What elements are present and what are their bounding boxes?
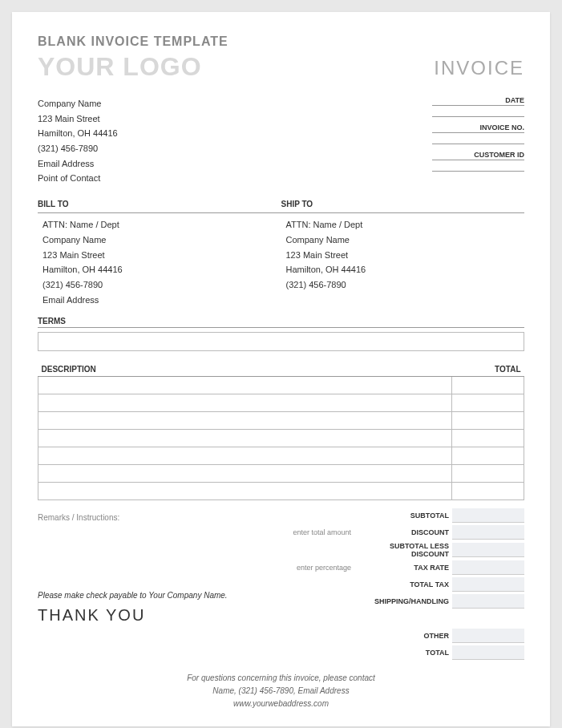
ship-to-heading: SHIP TO — [281, 197, 525, 213]
total-cell[interactable] — [452, 377, 524, 394]
terms-heading: TERMS — [38, 317, 524, 328]
company-street: 123 Main Street — [38, 111, 118, 127]
bottom-section: Remarks / Instructions: Please make chec… — [38, 508, 524, 662]
desc-cell[interactable] — [38, 377, 452, 394]
remarks-side: Remarks / Instructions: Please make chec… — [38, 508, 281, 662]
desc-cell[interactable] — [38, 394, 452, 412]
tax-rate-field[interactable] — [452, 560, 524, 575]
company-name: Company Name — [38, 96, 118, 111]
bill-to-phone: (321) 456-7890 — [38, 277, 281, 293]
total-cell[interactable] — [452, 430, 524, 447]
logo-placeholder: YOUR LOGO — [38, 52, 202, 82]
company-contact: Point of Contact — [38, 171, 118, 186]
desc-cell[interactable] — [38, 447, 452, 465]
ship-to-street: 123 Main Street — [281, 248, 525, 263]
table-row — [38, 430, 524, 447]
table-row — [38, 447, 524, 465]
bill-to-attn: ATTN: Name / Dept — [38, 217, 281, 233]
invoice-no-label: INVOICE NO. — [432, 123, 524, 133]
total-header: TOTAL — [452, 362, 524, 377]
total-cell[interactable] — [452, 465, 524, 483]
table-row — [38, 465, 524, 483]
line-items-table: DESCRIPTION TOTAL — [38, 362, 524, 500]
bill-to-block: BILL TO ATTN: Name / Dept Company Name 1… — [38, 197, 281, 307]
table-row — [38, 483, 524, 500]
subtotal-field[interactable] — [452, 508, 524, 523]
info-row: Company Name 123 Main Street Hamilton, O… — [38, 96, 524, 186]
total-cell[interactable] — [452, 483, 524, 500]
header-row: YOUR LOGO INVOICE — [38, 52, 524, 82]
customer-id-label: CUSTOMER ID — [432, 151, 524, 160]
other-label: OTHER — [356, 632, 452, 640]
table-row — [38, 377, 524, 394]
ship-to-company: Company Name — [281, 233, 525, 248]
subtotal-less-field[interactable] — [452, 543, 524, 557]
footer-line3: www.yourwebaddress.com — [38, 698, 524, 710]
total-tax-label: TOTAL TAX — [356, 580, 452, 588]
total-cell[interactable] — [452, 412, 524, 430]
date-field[interactable] — [432, 106, 524, 117]
desc-cell[interactable] — [38, 430, 452, 447]
bill-to-heading: BILL TO — [38, 197, 281, 213]
other-field[interactable] — [452, 629, 524, 643]
total-tax-field[interactable] — [452, 577, 524, 592]
footer: For questions concerning this invoice, p… — [38, 672, 524, 710]
thank-you: THANK YOU — [38, 606, 281, 625]
customer-id-field[interactable] — [432, 160, 524, 172]
meta-block: DATE INVOICE NO. CUSTOMER ID — [432, 96, 524, 186]
subtotal-label: SUBTOTAL — [356, 512, 452, 520]
total-cell[interactable] — [452, 394, 524, 412]
footer-line2: Name, (321) 456-7890, Email Address — [38, 685, 524, 698]
tax-rate-hint: enter percentage — [288, 564, 356, 572]
totals-side: .SUBTOTAL enter total amountDISCOUNT .SU… — [288, 508, 524, 662]
description-header: DESCRIPTION — [38, 362, 452, 377]
terms-field[interactable] — [38, 332, 524, 351]
table-row — [38, 394, 524, 412]
discount-hint: enter total amount — [288, 528, 356, 536]
company-email: Email Address — [38, 156, 118, 172]
bill-to-city: Hamilton, OH 44416 — [38, 262, 281, 277]
subtotal-less-label: SUBTOTAL LESS DISCOUNT — [356, 542, 452, 558]
shipping-label: SHIPPING/HANDLING — [356, 597, 452, 605]
tax-rate-label: TAX RATE — [356, 564, 452, 572]
total-label: TOTAL — [356, 649, 452, 657]
ship-to-city: Hamilton, OH 44416 — [281, 262, 525, 277]
bill-to-company: Company Name — [38, 233, 281, 248]
total-cell[interactable] — [452, 447, 524, 465]
template-title: BLANK INVOICE TEMPLATE — [38, 34, 524, 49]
ship-to-block: SHIP TO ATTN: Name / Dept Company Name 1… — [281, 197, 525, 307]
remarks-label: Remarks / Instructions: — [38, 513, 281, 522]
date-label: DATE — [432, 96, 524, 106]
company-phone: (321) 456-7890 — [38, 141, 118, 156]
table-row — [38, 412, 524, 430]
desc-cell[interactable] — [38, 465, 452, 483]
company-block: Company Name 123 Main Street Hamilton, O… — [38, 96, 118, 186]
total-field[interactable] — [452, 645, 524, 660]
invoice-page: BLANK INVOICE TEMPLATE YOUR LOGO INVOICE… — [12, 12, 550, 726]
payable-text: Please make check payable to Your Compan… — [38, 591, 281, 600]
invoice-no-field[interactable] — [432, 133, 524, 144]
desc-cell[interactable] — [38, 412, 452, 430]
ship-to-attn: ATTN: Name / Dept — [281, 217, 525, 233]
address-row: BILL TO ATTN: Name / Dept Company Name 1… — [38, 197, 524, 307]
discount-field[interactable] — [452, 525, 524, 540]
desc-cell[interactable] — [38, 483, 452, 500]
shipping-field[interactable] — [452, 594, 524, 609]
invoice-heading: INVOICE — [434, 57, 524, 79]
discount-label: DISCOUNT — [356, 528, 452, 536]
company-city: Hamilton, OH 44416 — [38, 126, 118, 141]
bill-to-email: Email Address — [38, 293, 281, 308]
bill-to-street: 123 Main Street — [38, 248, 281, 263]
ship-to-phone: (321) 456-7890 — [281, 277, 525, 293]
footer-line1: For questions concerning this invoice, p… — [38, 672, 524, 685]
